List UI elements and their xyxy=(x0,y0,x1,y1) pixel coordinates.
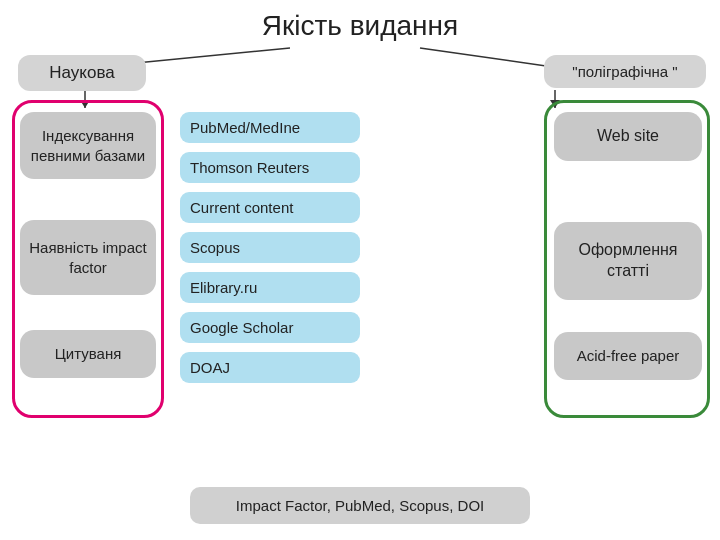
bottom-label: Impact Factor, PubMed, Scopus, DOI xyxy=(190,487,530,524)
db-pubmed: PubMed/MedIne xyxy=(180,112,360,143)
svg-line-2 xyxy=(420,48,560,68)
acid-item: Acid-free paper xyxy=(554,332,702,380)
polig-box: "поліграфічна " xyxy=(544,55,706,88)
db-thomson: Thomson Reuters xyxy=(180,152,360,183)
oforml-item: Оформлення статті xyxy=(554,222,702,300)
db-elibrary: Elibrary.ru xyxy=(180,272,360,303)
page-title: Якість видання xyxy=(0,0,720,42)
db-current: Current content xyxy=(180,192,360,223)
citing-item: Цитуваня xyxy=(20,330,156,378)
db-doaj: DOAJ xyxy=(180,352,360,383)
db-scopus: Scopus xyxy=(180,232,360,263)
db-scholar: Google Scholar xyxy=(180,312,360,343)
indexing-item: Індексування певними базами xyxy=(20,112,156,179)
nauka-box: Наукова xyxy=(18,55,146,91)
impact-item: Наявність impact factor xyxy=(20,220,156,295)
website-item: Web site xyxy=(554,112,702,161)
